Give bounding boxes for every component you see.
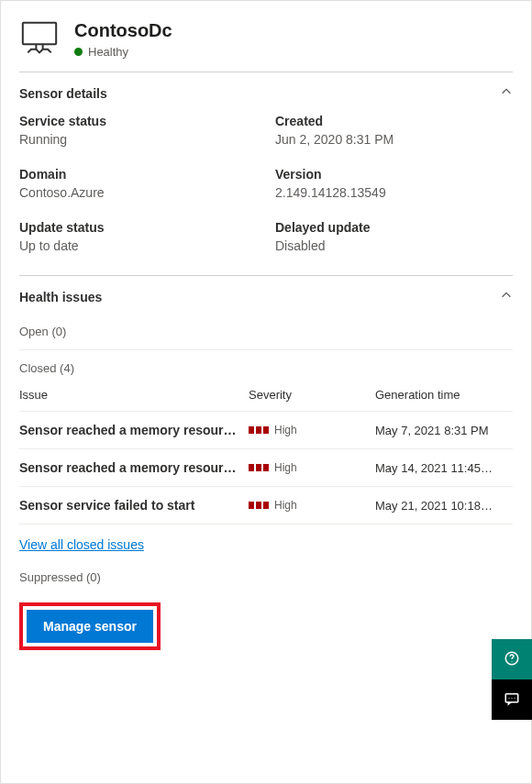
col-generation-time: Generation time	[375, 388, 513, 402]
col-severity: Severity	[249, 388, 368, 402]
field-label: Created	[275, 114, 513, 128]
help-button[interactable]	[492, 639, 532, 679]
svg-point-4	[511, 661, 512, 662]
field-label: Update status	[19, 220, 257, 235]
field-label: Delayed update	[275, 220, 513, 235]
status-dot-icon	[74, 48, 83, 56]
closed-issues-count: Closed (4)	[19, 350, 513, 382]
issue-row[interactable]: Sensor service failed to start High May …	[19, 487, 513, 525]
view-all-closed-link[interactable]: View all closed issues	[19, 537, 144, 552]
field-update-status: Update status Up to date	[19, 220, 257, 253]
svg-point-7	[511, 697, 512, 698]
field-value: 2.149.14128.13549	[275, 185, 513, 200]
sensor-detail-panel: ContosoDc Healthy Sensor details Service…	[0, 0, 532, 784]
severity-cell: High	[249, 499, 368, 512]
svg-point-8	[514, 697, 515, 698]
highlight-box: Manage sensor	[19, 602, 161, 650]
field-label: Domain	[19, 167, 257, 182]
generation-time: May 14, 2021 11:45…	[375, 461, 513, 475]
field-value: Jun 2, 2020 8:31 PM	[275, 132, 513, 147]
field-label: Service status	[19, 114, 257, 128]
section-title: Sensor details	[19, 86, 107, 101]
chevron-up-icon	[500, 85, 513, 101]
issue-row[interactable]: Sensor reached a memory resource limit H…	[19, 449, 513, 487]
svg-rect-0	[23, 23, 56, 45]
section-title: Health issues	[19, 290, 102, 304]
feedback-icon	[504, 690, 520, 710]
severity-high-icon	[249, 502, 269, 509]
page-title: ContosoDc	[74, 19, 172, 41]
issue-name: Sensor reached a memory resource limit	[19, 423, 241, 437]
field-delayed-update: Delayed update Disabled	[275, 220, 513, 253]
issue-name: Sensor reached a memory resource limit	[19, 460, 241, 475]
severity-text: High	[274, 461, 297, 474]
floating-side-buttons	[492, 639, 532, 720]
panel-header: ContosoDc Healthy	[19, 19, 513, 59]
status-text: Healthy	[88, 45, 128, 59]
feedback-button[interactable]	[492, 679, 532, 720]
chevron-up-icon	[500, 289, 513, 304]
severity-high-icon	[249, 464, 269, 471]
svg-point-6	[508, 697, 509, 698]
field-created: Created Jun 2, 2020 8:31 PM	[275, 114, 513, 147]
help-icon	[504, 650, 520, 669]
severity-cell: High	[249, 424, 368, 436]
field-label: Version	[275, 167, 513, 182]
severity-text: High	[274, 424, 297, 436]
generation-time: May 21, 2021 10:18…	[375, 499, 513, 513]
field-value: Disabled	[275, 238, 513, 253]
suppressed-issues-count: Suppressed (0)	[19, 559, 513, 591]
computer-icon	[19, 19, 60, 59]
field-version: Version 2.149.14128.13549	[275, 167, 513, 200]
severity-text: High	[274, 499, 297, 512]
issue-name: Sensor service failed to start	[19, 498, 241, 513]
health-status: Healthy	[74, 45, 172, 59]
field-service-status: Service status Running	[19, 114, 257, 147]
sensor-details-grid: Service status Running Created Jun 2, 20…	[19, 110, 513, 275]
field-value: Running	[19, 132, 257, 147]
severity-high-icon	[249, 426, 269, 434]
issue-row[interactable]: Sensor reached a memory resource limit H…	[19, 412, 513, 449]
manage-sensor-button[interactable]: Manage sensor	[27, 610, 153, 643]
field-value: Contoso.Azure	[19, 185, 257, 200]
field-domain: Domain Contoso.Azure	[19, 167, 257, 200]
section-header-health-issues[interactable]: Health issues	[19, 276, 513, 314]
generation-time: May 7, 2021 8:31 PM	[375, 424, 513, 437]
severity-cell: High	[249, 461, 368, 474]
col-issue: Issue	[19, 388, 241, 402]
field-value: Up to date	[19, 238, 257, 253]
open-issues-count: Open (0)	[19, 314, 513, 346]
section-header-sensor-details[interactable]: Sensor details	[19, 72, 513, 110]
issues-table-header: Issue Severity Generation time	[19, 382, 513, 412]
